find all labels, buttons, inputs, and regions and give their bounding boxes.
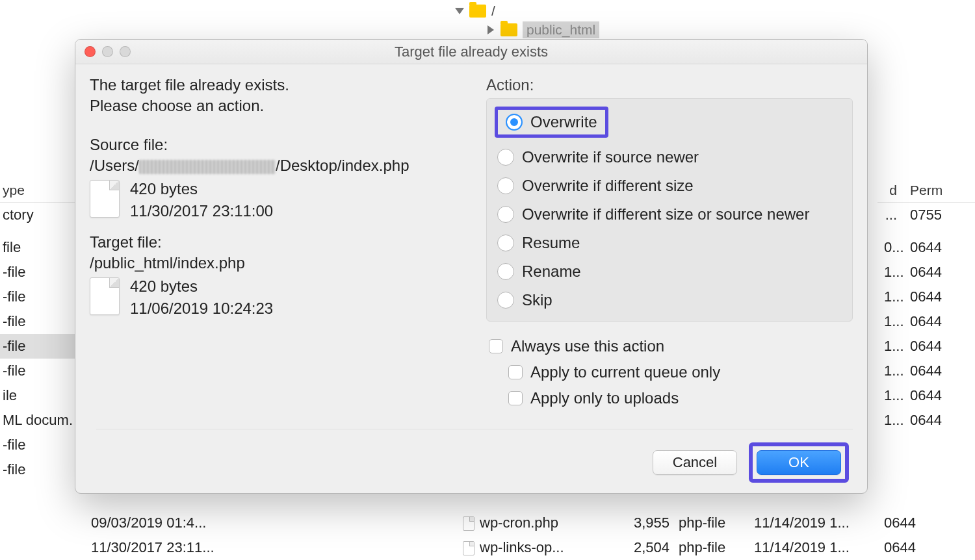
bg-right-row[interactable]: 1...0644 [878, 334, 975, 359]
remote-tree: / public_html [455, 3, 599, 41]
radio-label: Overwrite [530, 113, 597, 131]
bg-left-cell[interactable]: -file [0, 285, 77, 309]
bg-left-cell[interactable]: -file [0, 359, 77, 383]
cancel-button[interactable]: Cancel [653, 450, 737, 475]
file-icon [90, 180, 120, 218]
dialog-msg-line1: The target file already exists. [90, 76, 467, 94]
checkbox-icon[interactable] [489, 339, 503, 353]
target-path: /public_html/index.php [90, 254, 467, 272]
radio-option-resume[interactable]: Resume [495, 229, 844, 257]
source-path-post: /Desktop/index.php [276, 157, 409, 174]
bg-left-column: ype ctoryfile-file-file-file-file-fileil… [0, 179, 78, 482]
col-header-perm[interactable]: Perm [904, 179, 975, 202]
source-path-pre: /Users/ [90, 157, 139, 174]
radio-icon[interactable] [497, 206, 514, 223]
bg-right-row[interactable] [878, 227, 975, 235]
dialog-msg-line2: Please choose an action. [90, 97, 467, 115]
target-label: Target file: [90, 233, 467, 251]
file-row[interactable]: 09/03/2019 01:4...wp-cron.php3,955php-fi… [0, 511, 975, 535]
col-header-d[interactable]: d [878, 179, 904, 202]
radio-label: Overwrite if different size [522, 177, 694, 195]
apply-uploads-checkbox-row[interactable]: Apply only to uploads [486, 385, 853, 411]
dialog-right-pane: Action: OverwriteOverwrite if source new… [486, 76, 853, 493]
radio-icon[interactable] [497, 235, 514, 251]
folder-icon [500, 23, 517, 36]
apply-uploads-label: Apply only to uploads [530, 389, 679, 407]
overwrite-dialog: Target file already exists The target fi… [75, 39, 868, 494]
apply-queue-label: Apply to current queue only [530, 363, 720, 381]
bg-right-row[interactable]: ...0755 [878, 203, 975, 227]
bg-file-rows: 09/03/2019 01:4...wp-cron.php3,955php-fi… [0, 511, 975, 560]
zoom-icon [120, 46, 131, 57]
titlebar: Target file already exists [75, 40, 867, 64]
col-header-type[interactable]: ype [0, 179, 77, 203]
bg-right-row[interactable]: 1...0644 [878, 359, 975, 383]
radio-option-overwrite-if-source-newer[interactable]: Overwrite if source newer [495, 143, 844, 172]
bg-left-cell[interactable]: ML docum. [0, 408, 77, 433]
apply-queue-checkbox-row[interactable]: Apply to current queue only [486, 359, 853, 385]
bg-right-row[interactable]: 1...0644 [878, 408, 975, 433]
tree-child-label[interactable]: public_html [523, 21, 599, 38]
radio-label: Overwrite if source newer [522, 148, 699, 166]
target-date: 11/06/2019 10:24:23 [130, 299, 273, 318]
ok-button-label: OK [788, 454, 809, 471]
bg-right-row[interactable]: 1...0644 [878, 383, 975, 408]
file-icon [90, 277, 120, 315]
radio-option-overwrite[interactable]: Overwrite [495, 107, 608, 138]
radio-option-rename[interactable]: Rename [495, 257, 844, 286]
radio-label: Resume [522, 234, 580, 252]
source-date: 11/30/2017 23:11:00 [130, 202, 273, 220]
bg-left-cell[interactable]: ile [0, 383, 77, 408]
file-icon [463, 541, 474, 555]
disclosure-down-icon[interactable] [455, 8, 464, 14]
source-label: Source file: [90, 136, 467, 154]
radio-icon[interactable] [506, 114, 523, 131]
bg-left-cell[interactable]: -file [0, 260, 77, 285]
bg-right-row[interactable]: 1...0644 [878, 309, 975, 334]
dialog-title: Target file already exists [395, 44, 548, 60]
bg-left-cell[interactable]: -file [0, 334, 77, 359]
radio-label: Skip [522, 291, 552, 309]
bg-right-row[interactable]: 0...0644 [878, 235, 975, 260]
ok-button[interactable]: OK [757, 450, 841, 475]
redacted-text [139, 160, 276, 174]
close-icon[interactable] [84, 46, 96, 57]
minimize-icon [102, 46, 113, 57]
disclosure-right-icon[interactable] [488, 25, 494, 34]
dialog-footer: Cancel OK [96, 429, 853, 483]
always-use-checkbox-row[interactable]: Always use this action [486, 333, 853, 359]
ok-highlight: OK [749, 442, 849, 483]
checkbox-icon[interactable] [508, 391, 523, 405]
bg-right-row[interactable]: 1...0644 [878, 285, 975, 309]
action-label: Action: [486, 76, 853, 94]
radio-icon[interactable] [497, 263, 514, 280]
bg-left-cell[interactable]: file [0, 235, 77, 260]
file-icon [463, 516, 474, 531]
radio-label: Overwrite if different size or source ne… [522, 205, 809, 223]
bg-right-row[interactable]: 1...0644 [878, 260, 975, 285]
radio-icon[interactable] [497, 149, 514, 166]
bg-left-cell[interactable] [0, 227, 77, 235]
file-row[interactable]: 11/30/2017 23:11...wp-links-op...2,504ph… [0, 535, 975, 560]
folder-icon [469, 5, 486, 18]
action-radio-group: OverwriteOverwrite if source newerOverwr… [486, 98, 853, 322]
target-size: 420 bytes [130, 277, 273, 296]
bg-left-cell[interactable]: -file [0, 433, 77, 457]
source-path: /Users//Desktop/index.php [90, 157, 467, 175]
bg-left-cell[interactable]: -file [0, 309, 77, 334]
source-size: 420 bytes [130, 180, 273, 198]
radio-icon[interactable] [497, 177, 514, 194]
radio-option-overwrite-if-different-size[interactable]: Overwrite if different size [495, 172, 844, 200]
cancel-button-label: Cancel [673, 454, 717, 471]
bg-right-columns: d Perm ...07550...06441...06441...06441.… [878, 179, 975, 433]
radio-option-skip[interactable]: Skip [495, 286, 844, 314]
bg-left-cell[interactable]: ctory [0, 203, 77, 227]
radio-icon[interactable] [497, 292, 514, 309]
radio-option-overwrite-if-different-size-or-source-newer[interactable]: Overwrite if different size or source ne… [495, 200, 844, 229]
radio-label: Rename [522, 262, 581, 281]
bg-left-cell[interactable]: -file [0, 457, 77, 482]
always-use-label: Always use this action [511, 337, 664, 355]
checkbox-icon[interactable] [508, 365, 523, 379]
tree-root-label[interactable]: / [491, 3, 495, 19]
